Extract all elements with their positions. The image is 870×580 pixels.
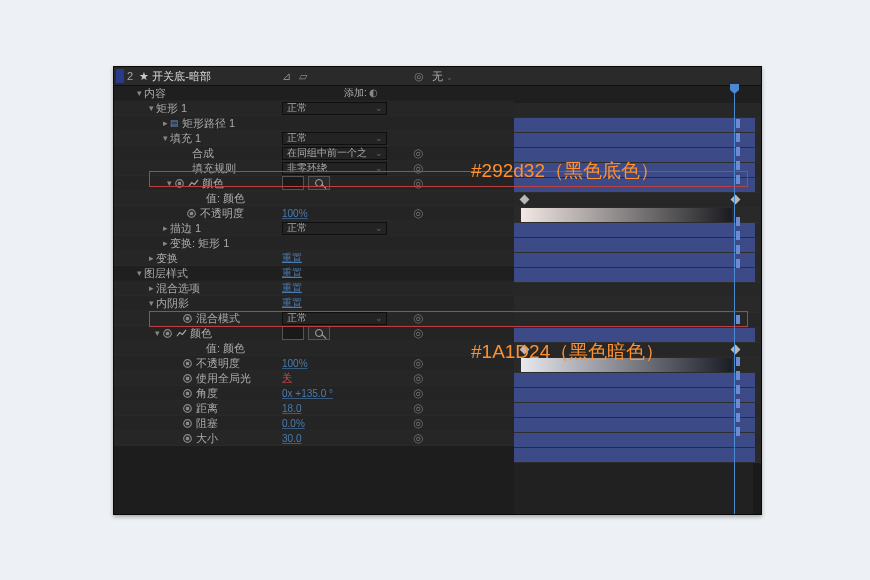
twirl-icon[interactable]	[134, 268, 144, 278]
dropdown[interactable]: 非零环绕	[282, 162, 387, 175]
property-value[interactable]: 100%	[282, 358, 308, 369]
layer-bar[interactable]	[514, 433, 755, 447]
marker-icon[interactable]	[736, 231, 740, 240]
stopwatch-icon[interactable]	[182, 313, 193, 323]
property-row[interactable]: 合成在同组中前一个之◎	[114, 146, 514, 161]
property-value[interactable]: 18.0	[282, 403, 301, 414]
timeline-row[interactable]	[514, 193, 761, 208]
layer-bar[interactable]	[514, 388, 755, 402]
graph-icon[interactable]	[188, 178, 199, 188]
graph-icon[interactable]	[176, 328, 187, 338]
twirl-icon[interactable]	[164, 178, 174, 188]
timeline-row[interactable]	[514, 313, 761, 328]
color-swatch[interactable]	[282, 326, 304, 340]
expression-pickwhip-icon[interactable]: ◎	[413, 416, 423, 430]
layer-bar[interactable]	[514, 118, 755, 132]
stopwatch-icon[interactable]	[182, 373, 193, 383]
eyedropper-icon[interactable]	[308, 176, 330, 190]
marker-icon[interactable]	[736, 357, 740, 366]
marker-icon[interactable]	[736, 217, 740, 226]
property-row[interactable]: 大小30.0◎	[114, 431, 514, 446]
stopwatch-icon[interactable]	[162, 328, 173, 338]
timeline-row[interactable]	[514, 238, 761, 253]
marker-icon[interactable]	[736, 259, 740, 268]
timeline-row[interactable]	[514, 268, 761, 283]
timeline-row[interactable]	[514, 118, 761, 133]
layer-color-chip[interactable]	[116, 69, 124, 83]
marker-icon[interactable]	[736, 119, 740, 128]
dropdown[interactable]: 正常	[282, 132, 387, 145]
layer-bar[interactable]	[514, 418, 755, 432]
dropdown[interactable]: 正常	[282, 222, 387, 235]
property-value[interactable]: 0x +135.0 °	[282, 388, 333, 399]
dropdown[interactable]: 在同组中前一个之	[282, 147, 387, 160]
parent-pickwhip-icon[interactable]: ◎	[414, 70, 424, 83]
property-row[interactable]: 角度0x +135.0 °◎	[114, 386, 514, 401]
layer-bar[interactable]	[514, 133, 755, 147]
property-row[interactable]: 颜色◎	[114, 326, 514, 341]
expression-pickwhip-icon[interactable]: ◎	[413, 206, 423, 220]
property-row[interactable]: 填充规则非零环绕◎	[114, 161, 514, 176]
timeline-row[interactable]	[514, 403, 761, 418]
dropdown[interactable]: 正常	[282, 102, 387, 115]
timeline-row[interactable]	[514, 223, 761, 238]
timeline-row[interactable]	[514, 448, 761, 463]
reset-link[interactable]: 重置	[282, 296, 302, 310]
expression-pickwhip-icon[interactable]: ◎	[413, 356, 423, 370]
keyframe-icon[interactable]	[731, 345, 741, 355]
property-row[interactable]: 矩形 1正常	[114, 101, 514, 116]
parent-dropdown[interactable]: 无⌄	[432, 69, 453, 84]
twirl-icon[interactable]	[146, 253, 156, 263]
property-value[interactable]: 100%	[282, 208, 308, 219]
property-row[interactable]: 混合模式正常◎	[114, 311, 514, 326]
property-row[interactable]: 变换重置	[114, 251, 514, 266]
marker-icon[interactable]	[736, 147, 740, 156]
layer-bar[interactable]	[514, 268, 755, 282]
property-row[interactable]: 距离18.0◎	[114, 401, 514, 416]
twirl-icon[interactable]	[152, 328, 162, 338]
property-row[interactable]: 描边 1正常	[114, 221, 514, 236]
expression-pickwhip-icon[interactable]: ◎	[413, 146, 423, 160]
expression-pickwhip-icon[interactable]: ◎	[413, 386, 423, 400]
stopwatch-icon[interactable]	[174, 178, 185, 188]
property-row[interactable]: 填充 1正常	[114, 131, 514, 146]
expression-pickwhip-icon[interactable]: ◎	[413, 176, 423, 190]
expression-pickwhip-icon[interactable]: ◎	[413, 161, 423, 175]
property-row[interactable]: 不透明度100%◎	[114, 356, 514, 371]
property-value[interactable]: 30.0	[282, 433, 301, 444]
stopwatch-icon[interactable]	[182, 418, 193, 428]
twirl-icon[interactable]	[160, 133, 170, 143]
stopwatch-icon[interactable]	[182, 358, 193, 368]
reset-link[interactable]: 重置	[282, 266, 302, 280]
twirl-icon[interactable]	[146, 298, 156, 308]
marker-icon[interactable]	[736, 245, 740, 254]
expression-pickwhip-icon[interactable]: ◎	[413, 371, 423, 385]
layer-bar[interactable]	[514, 448, 755, 462]
expression-pickwhip-icon[interactable]: ◎	[413, 401, 423, 415]
timeline-row[interactable]	[514, 103, 761, 118]
stopwatch-icon[interactable]	[186, 208, 197, 218]
property-row[interactable]: 内阴影重置	[114, 296, 514, 311]
stopwatch-icon[interactable]	[182, 403, 193, 413]
reset-link[interactable]: 重置	[282, 251, 302, 265]
expression-pickwhip-icon[interactable]: ◎	[413, 326, 423, 340]
timeline-row[interactable]	[514, 388, 761, 403]
marker-icon[interactable]	[736, 161, 740, 170]
property-row[interactable]: 图层样式重置	[114, 266, 514, 281]
expression-pickwhip-icon[interactable]: ◎	[413, 311, 423, 325]
layer-bar[interactable]	[514, 253, 755, 267]
layer-header[interactable]: 2 ★ 开关底-暗部 ⊿▱ ◎ 无⌄	[114, 67, 761, 86]
keyframe-icon[interactable]	[520, 195, 530, 205]
property-row[interactable]: 混合选项重置	[114, 281, 514, 296]
timeline-row[interactable]	[514, 208, 761, 223]
reset-link[interactable]: 重置	[282, 281, 302, 295]
marker-icon[interactable]	[736, 175, 740, 184]
marker-icon[interactable]	[736, 133, 740, 142]
layer-name[interactable]: 开关底-暗部	[152, 69, 211, 84]
timeline-row[interactable]	[514, 433, 761, 448]
timeline-row[interactable]	[514, 298, 761, 313]
property-value[interactable]: 0.0%	[282, 418, 305, 429]
header-mode-icons[interactable]: ⊿▱	[282, 70, 307, 83]
layer-bar[interactable]	[514, 238, 755, 252]
layer-bar[interactable]	[514, 223, 755, 237]
